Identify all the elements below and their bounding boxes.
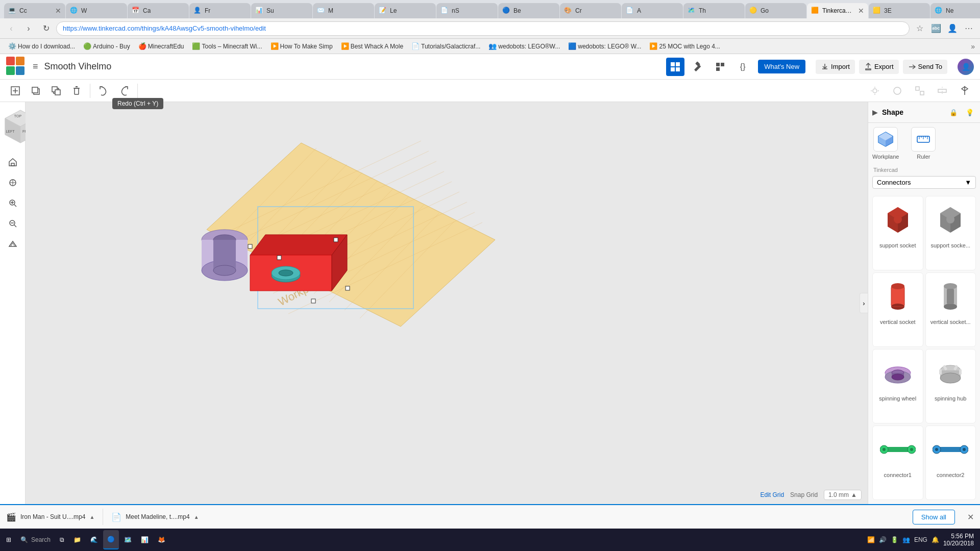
bookmark-arduino[interactable]: 🟢 Arduino - Buy — [80, 41, 133, 51]
edge-button[interactable]: 🌊 — [86, 530, 102, 549]
tab-m[interactable]: ✉️ M — [313, 3, 374, 18]
shape-item-spinning-wheel[interactable]: spinning wheel — [872, 349, 923, 423]
shape-light-icon[interactable]: 💡 — [964, 106, 976, 118]
tab-tinkercad[interactable]: 🟧 Tinkercad – Smooth Vihelmo ✕ — [807, 3, 868, 18]
tab-a[interactable]: 📄 A — [622, 3, 683, 18]
address-input[interactable] — [56, 21, 910, 36]
light-icon-btn[interactable] — [866, 82, 884, 100]
bookmark-star-icon[interactable]: ☆ — [913, 21, 927, 36]
notification-icon[interactable]: 🔔 — [932, 536, 939, 543]
download-chevron-1[interactable]: ▲ — [89, 514, 94, 520]
bookmark-minecraft-edu[interactable]: 🍎 MinecraftEdu — [135, 41, 187, 51]
copy-button[interactable] — [27, 82, 45, 100]
tab-ca[interactable]: 📅 Ca — [128, 3, 189, 18]
tab-3e1[interactable]: 🟨 3E — [869, 3, 930, 18]
shape-item-connector-blue[interactable]: connector2 — [925, 425, 976, 500]
bookmark-wedobots[interactable]: 🟦 wedobots: LEGO® W... — [565, 41, 644, 51]
tab-close[interactable]: ✕ — [55, 7, 61, 15]
ruler-button[interactable]: Ruler — [911, 127, 936, 160]
grid-view-button[interactable] — [666, 58, 684, 76]
workplane-button[interactable]: Workplane — [872, 127, 899, 160]
duplicate-button[interactable] — [47, 82, 65, 100]
maps-button[interactable]: 🗺️ — [120, 530, 136, 549]
tab-th[interactable]: 🗺️ Th — [683, 3, 745, 18]
tab-fr[interactable]: 👤 Fr — [189, 3, 251, 18]
bookmarks-overflow[interactable]: » — [971, 42, 975, 51]
connector-dropdown[interactable]: Connectors ▼ — [872, 176, 976, 189]
tab-close-tinkercad[interactable]: ✕ — [858, 7, 864, 15]
battery-icon[interactable]: 🔋 — [891, 536, 898, 543]
export-button[interactable]: Export — [859, 60, 899, 74]
shape-item-connector-green[interactable]: connector1 — [872, 425, 923, 500]
downloads-close-button[interactable]: ✕ — [967, 512, 974, 522]
edit-grid-link[interactable]: Edit Grid — [760, 491, 784, 498]
network-icon[interactable]: 📶 — [867, 536, 875, 543]
tab-cr[interactable]: 🎨 Cr — [560, 3, 621, 18]
import-button[interactable]: Import — [816, 60, 855, 74]
fit-to-screen-button[interactable] — [4, 173, 22, 192]
send-to-button[interactable]: Send To — [903, 60, 947, 74]
tab-ns[interactable]: 📄 nS — [436, 3, 498, 18]
align-tool-btn[interactable] — [933, 82, 951, 100]
redo-button[interactable] — [115, 82, 133, 100]
sidebar-toggle[interactable]: › — [860, 293, 868, 313]
tab-ne[interactable]: 🌐 Ne — [930, 3, 980, 18]
user-avatar[interactable]: 👤 — [958, 59, 974, 75]
snap-value-dropdown[interactable]: 1.0 mm ▲ — [824, 490, 862, 500]
file-explorer-button[interactable]: 📁 — [69, 530, 85, 549]
hammer-view-button[interactable] — [689, 58, 707, 76]
shape-tool-btn[interactable] — [888, 82, 906, 100]
shape-item-vertical-socket-gray[interactable]: vertical socket... — [925, 272, 976, 347]
shape-item-spinning-hub[interactable]: spinning hub — [925, 349, 976, 423]
shape-expand-icon[interactable]: ▶ — [872, 108, 878, 116]
viewport[interactable]: Workplane — [26, 102, 868, 504]
undo-button[interactable] — [94, 82, 113, 100]
tinkercad-logo[interactable] — [6, 57, 27, 77]
tab-cc[interactable]: 💻 Cc ✕ — [4, 3, 65, 18]
firefox-button[interactable]: 🦊 — [154, 530, 169, 549]
shape-item-support-socket-gray[interactable]: support socke... — [925, 196, 976, 270]
shape-lock-icon[interactable]: 🔒 — [947, 106, 960, 118]
bookmark-tools-minecraft[interactable]: 🟩 Tools – Minecraft Wi... — [189, 41, 265, 51]
whats-new-button[interactable]: What's New — [758, 60, 805, 73]
project-name[interactable]: Smooth Vihelmo — [44, 61, 112, 72]
back-button[interactable]: ‹ — [4, 21, 18, 36]
slides-button[interactable]: 📊 — [137, 530, 153, 549]
group-tool-btn[interactable] — [911, 82, 929, 100]
home-view-button[interactable] — [4, 153, 22, 171]
download-chevron-2[interactable]: ▲ — [194, 514, 199, 520]
delete-button[interactable] — [67, 82, 86, 100]
task-view-button[interactable]: ⧉ — [56, 530, 68, 549]
shape-item-support-socket-red[interactable]: support socket — [872, 196, 923, 270]
new-shape-button[interactable] — [6, 82, 24, 100]
chrome-button[interactable]: 🔵 — [103, 530, 119, 549]
tab-be[interactable]: 🔵 Be — [498, 3, 559, 18]
show-all-button[interactable]: Show all — [913, 510, 955, 524]
tab-le[interactable]: 📝 Le — [375, 3, 436, 18]
tab-su[interactable]: 📊 Su — [251, 3, 312, 18]
translate-icon[interactable]: 🔤 — [929, 21, 943, 36]
shape-item-vertical-socket-red[interactable]: vertical socket — [872, 272, 923, 347]
reload-button[interactable]: ↻ — [39, 21, 53, 36]
start-menu-button[interactable]: ⊞ — [2, 530, 15, 549]
forward-button[interactable]: › — [21, 21, 36, 36]
perspective-button[interactable] — [4, 235, 22, 253]
hamburger-menu-icon[interactable]: ≡ — [33, 61, 38, 72]
shape-panel-button[interactable] — [711, 58, 729, 76]
mirror-tool-btn[interactable] — [955, 82, 974, 100]
bookmark-engineering[interactable]: 👥 wedobots: LEGO®W... — [485, 41, 563, 51]
sound-icon[interactable]: 🔊 — [879, 536, 887, 543]
user-profile-icon[interactable]: 👤 — [945, 21, 960, 36]
search-button[interactable]: 🔍 Search — [16, 530, 55, 549]
zoom-in-button[interactable] — [4, 194, 22, 212]
bookmark-how-to-make-simp[interactable]: ▶️ How To Make Simp — [267, 41, 336, 51]
settings-icon[interactable]: ⋯ — [962, 21, 976, 36]
bracket-view-button[interactable]: {} — [733, 58, 752, 76]
bookmark-25-moc[interactable]: ▶️ 25 MOC with Lego 4... — [646, 41, 723, 51]
clock[interactable]: 5:56 PM 10/20/2018 — [943, 533, 974, 547]
bookmark-tutorials[interactable]: 📄 Tutorials/Galacticraf... — [408, 41, 483, 51]
people-icon[interactable]: 👥 — [902, 536, 910, 543]
tab-go[interactable]: 🟡 Go — [745, 3, 806, 18]
tab-w1[interactable]: 🌐 W — [66, 3, 127, 18]
zoom-out-button[interactable] — [4, 214, 22, 233]
